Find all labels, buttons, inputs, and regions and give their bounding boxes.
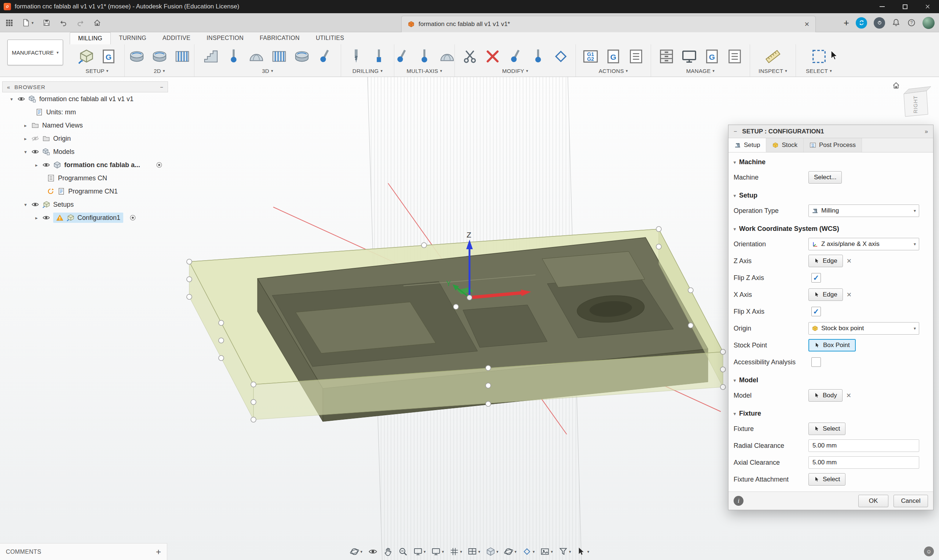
visibility-eye-icon[interactable]	[31, 148, 39, 156]
comments-panel[interactable]: COMMENTS +	[0, 543, 167, 560]
view-cube[interactable]: RIGHT	[893, 83, 931, 117]
ribbon-tab-additive[interactable]: ADDITIVE	[154, 32, 199, 45]
ribbon-tab-inspection[interactable]: INSPECTION	[199, 32, 251, 45]
accessibility-analysis-checkbox[interactable]	[811, 357, 821, 367]
browser-item-root[interactable]: ▾ formation cnc fablab all v1 v1 v1	[2, 92, 168, 106]
ribbon-group-actions-label[interactable]: ACTIONS▾	[598, 68, 628, 74]
steep-and-shallow-icon[interactable]	[247, 47, 266, 66]
section-collapse-icon[interactable]: ▾	[734, 378, 736, 383]
selected-setup-highlight[interactable]: Configuration1	[53, 212, 123, 223]
environment-icon[interactable]: ▾	[504, 547, 517, 556]
ribbon-tab-fabrication[interactable]: FABRICATION	[251, 32, 308, 45]
browser-item-label[interactable]: Named Views	[42, 122, 83, 129]
fixture-attachment-select-button[interactable]: Select	[808, 473, 845, 486]
z-axis-clear-icon[interactable]: ✕	[846, 257, 852, 265]
section-machine[interactable]: ▾ Machine	[728, 152, 933, 169]
view-cube-face-label[interactable]: RIGHT	[913, 95, 919, 114]
expand-arrow-icon[interactable]: ▸	[34, 215, 39, 221]
stock-point-box-point-button[interactable]: Box Point	[808, 339, 856, 351]
tab-post-process[interactable]: Post Process	[804, 138, 862, 152]
parallel-icon[interactable]	[270, 47, 289, 66]
workspace-switcher-button[interactable]: MANUFACTURE ▾	[7, 40, 63, 65]
section-fixture[interactable]: ▾ Fixture	[728, 404, 933, 420]
visibility-eye-off-icon[interactable]	[31, 134, 39, 143]
dialog-flyout-icon[interactable]: »	[925, 128, 928, 135]
camera-icon[interactable]: ▾	[540, 547, 553, 556]
fit-icon[interactable]: ▾	[413, 547, 426, 556]
axial-clearance-input[interactable]	[808, 456, 919, 469]
activate-radio-icon[interactable]	[129, 214, 136, 222]
optimize-icon[interactable]	[551, 47, 570, 66]
visual-style-icon[interactable]: ▾	[486, 547, 498, 556]
multi-axis-contour-icon[interactable]	[415, 47, 434, 66]
look-at-icon[interactable]	[368, 547, 378, 556]
browser-item-label[interactable]: Configuration1	[77, 214, 120, 222]
close-document-icon[interactable]: ✕	[804, 20, 809, 28]
drill-icon[interactable]	[347, 47, 366, 66]
flip-z-axis-checkbox[interactable]: ✓	[811, 273, 821, 283]
machine-select-button[interactable]: Select...	[808, 171, 842, 184]
section-model[interactable]: ▾ Model	[728, 371, 933, 387]
dialog-collapse-icon[interactable]: −	[734, 128, 737, 135]
model-body-button[interactable]: Body	[808, 389, 842, 402]
pocket-clearing-icon[interactable]	[224, 47, 243, 66]
browser-item-label[interactable]: Units: mm	[46, 108, 76, 116]
scallop-icon[interactable]	[292, 47, 311, 66]
flow-icon[interactable]	[438, 47, 456, 66]
tool-library-icon[interactable]	[657, 47, 676, 66]
grid-and-snaps-icon[interactable]: ▾	[449, 547, 462, 556]
generate-icon[interactable]	[626, 47, 646, 66]
expand-arrow-icon[interactable]: ▸	[23, 136, 28, 142]
operation-type-dropdown[interactable]: Milling ▾	[808, 205, 919, 217]
save-icon[interactable]	[43, 19, 51, 27]
selection-filters-icon[interactable]: ▾	[558, 547, 571, 556]
ribbon-group-manage-label[interactable]: MANAGE▾	[686, 68, 715, 74]
browser-item-model-component[interactable]: ▸ formation cnc fablab a...	[2, 158, 168, 172]
activate-radio-icon[interactable]	[156, 161, 163, 169]
ramp-icon[interactable]	[315, 47, 334, 66]
fixture-select-button[interactable]: Select	[808, 423, 845, 435]
ribbon-group-select-label[interactable]: SELECT▾	[806, 68, 832, 74]
browser-item-label[interactable]: Origin	[53, 135, 71, 143]
browser-item-programmes-cn[interactable]: Programmes CN	[2, 172, 168, 185]
browser-item-named-views[interactable]: ▸ Named Views	[2, 119, 168, 132]
orbit-icon[interactable]: ▾	[350, 547, 363, 556]
window-selection-icon[interactable]	[809, 47, 829, 66]
orientation-dropdown[interactable]: Z axis/plane & X axis ▾	[808, 238, 919, 250]
measure-icon[interactable]	[763, 47, 782, 66]
browser-item-label[interactable]: Models	[53, 148, 74, 156]
browser-item-configuration1[interactable]: ▸ Configuration1	[2, 211, 168, 224]
ribbon-tab-turning[interactable]: TURNING	[111, 32, 154, 45]
origin-dropdown[interactable]: Stock box point ▾	[808, 322, 919, 335]
zoom-icon[interactable]	[398, 547, 407, 556]
help-icon[interactable]	[907, 18, 916, 27]
browser-item-label[interactable]: formation cnc fablab all v1 v1 v1	[39, 95, 134, 103]
browser-minimize-icon[interactable]: −	[160, 84, 163, 90]
setup-sheet-icon[interactable]	[604, 47, 623, 66]
section-collapse-icon[interactable]: ▾	[734, 411, 736, 416]
adaptive-clearing-icon[interactable]	[201, 47, 220, 66]
tab-setup[interactable]: Setup	[728, 138, 766, 152]
bore-icon[interactable]	[369, 47, 389, 66]
pan-icon[interactable]	[383, 547, 392, 556]
visibility-eye-icon[interactable]	[17, 95, 25, 103]
expand-arrow-icon[interactable]: ▾	[23, 202, 28, 208]
new-document-tab-button[interactable]: +	[843, 18, 849, 28]
maximize-button[interactable]	[894, 0, 916, 13]
document-tab[interactable]: formation cnc fablab all v1 v1 v1* ✕	[401, 16, 816, 32]
ribbon-group-3d-label[interactable]: 3D▾	[262, 68, 273, 74]
feedback-icon[interactable]: ☺	[924, 546, 934, 556]
move-passes-icon[interactable]	[506, 47, 525, 66]
trim-icon[interactable]	[460, 47, 480, 66]
ribbon-group-2d-label[interactable]: 2D▾	[154, 68, 165, 74]
ribbon-group-modify-label[interactable]: MODIFY▾	[502, 68, 528, 74]
undo-icon[interactable]	[59, 19, 68, 27]
radial-clearance-input[interactable]	[808, 439, 919, 452]
ok-button[interactable]: OK	[858, 495, 888, 507]
x-axis-clear-icon[interactable]: ✕	[846, 291, 852, 299]
z-axis-edge-button[interactable]: Edge	[808, 255, 843, 267]
section-collapse-icon[interactable]: ▾	[734, 226, 736, 232]
expand-arrow-icon[interactable]: ▸	[23, 123, 28, 128]
expand-arrow-icon[interactable]: ▸	[34, 162, 39, 168]
section-wcs[interactable]: ▾ Work Coordinate System (WCS)	[728, 219, 933, 235]
